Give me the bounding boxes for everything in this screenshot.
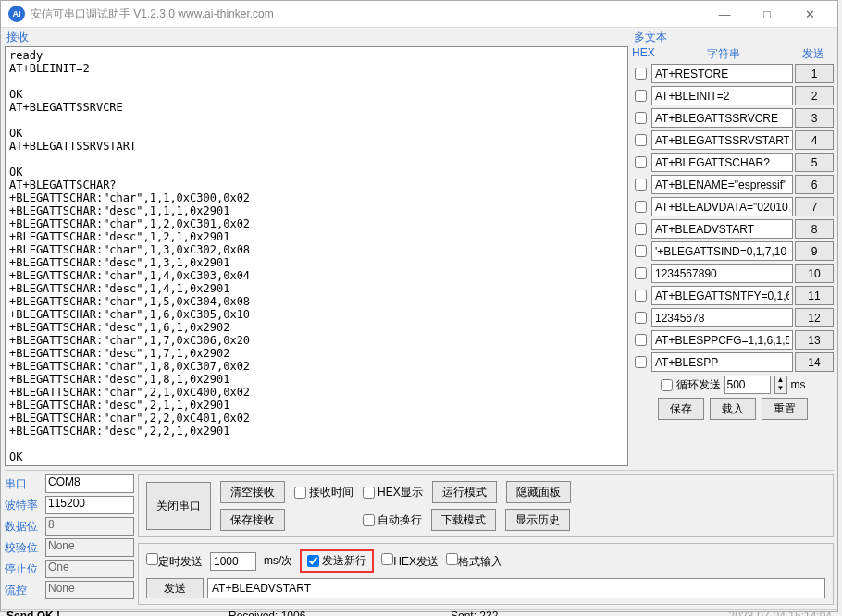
flow-select[interactable]: None [45,581,134,599]
cmd-input-4[interactable] [651,130,793,150]
hex-checkbox-13[interactable] [635,334,647,346]
cyclic-checkbox[interactable] [661,379,673,391]
cmd-input-14[interactable] [651,352,793,372]
autowrap-checkbox[interactable] [363,514,375,526]
multitext-row: 9 [632,241,834,261]
autowrap-label: 自动换行 [378,512,422,528]
send-input[interactable] [207,578,825,598]
send-header: 发送 [793,46,834,62]
cmd-input-10[interactable] [651,264,793,283]
runmode-button[interactable]: 运行模式 [432,481,497,503]
close-button[interactable]: ✕ [789,1,830,27]
cmd-input-9[interactable] [651,241,793,261]
dlmode-button[interactable]: 下载模式 [431,509,496,531]
hex-checkbox-8[interactable] [635,223,647,235]
send-button-10[interactable]: 10 [795,264,834,283]
string-header: 字符串 [654,46,793,62]
saverecv-button[interactable]: 保存接收 [220,509,285,531]
multitext-row: 13 [632,330,834,350]
window-title: 安信可串口调试助手 V1.2.3.0 www.ai-thinker.com [31,6,704,22]
multitext-row: 10 [632,264,834,283]
hex-checkbox-2[interactable] [635,90,647,102]
minimize-button[interactable]: — [704,1,745,27]
cmd-input-12[interactable] [651,308,793,327]
send-button-1[interactable]: 1 [795,64,834,83]
send-button-12[interactable]: 12 [795,308,834,327]
hex-checkbox-6[interactable] [635,179,647,191]
hexsend-label: HEX发送 [393,555,439,568]
send-button-7[interactable]: 7 [795,197,834,216]
recvtime-label: 接收时间 [309,485,353,500]
cmd-input-5[interactable] [651,153,793,172]
send-button-2[interactable]: 2 [795,86,834,105]
port-select[interactable]: COM8 [45,474,134,493]
send-button-5[interactable]: 5 [795,153,834,172]
cmd-input-3[interactable] [651,108,793,128]
send-button-6[interactable]: 6 [795,175,834,194]
receive-label: 接收 [5,30,628,46]
hex-checkbox-3[interactable] [635,112,647,124]
stopbits-select[interactable]: One [45,560,134,578]
close-port-button[interactable]: 关闭串口 [146,482,211,530]
send-button-14[interactable]: 14 [795,352,834,372]
send-button-3[interactable]: 3 [795,108,834,128]
send-button-9[interactable]: 9 [795,241,834,261]
send-button-13[interactable]: 13 [795,330,834,350]
flow-label: 流控 [5,583,45,598]
hex-checkbox-10[interactable] [635,267,647,279]
cmd-input-1[interactable] [651,64,793,83]
hexdisp-checkbox[interactable] [363,487,375,499]
hex-checkbox-4[interactable] [635,134,647,146]
status-time: 2023-07-04 15:14:04 [673,610,832,616]
hex-checkbox-5[interactable] [635,156,647,168]
baud-select[interactable]: 115200 [45,496,134,514]
hex-checkbox-7[interactable] [635,201,647,213]
clear-recv-button[interactable]: 清空接收 [220,481,285,503]
maximize-button[interactable]: □ [747,1,787,27]
load-button[interactable]: 载入 [710,398,756,420]
reset-button[interactable]: 重置 [762,398,808,420]
newline-checkbox[interactable] [307,555,319,567]
baud-label: 波特率 [5,498,45,513]
titlebar: AI 安信可串口调试助手 V1.2.3.0 www.ai-thinker.com… [1,1,837,28]
multitext-row: 2 [632,86,834,105]
hexdisp-label: HEX显示 [378,485,423,500]
parity-select[interactable]: None [45,538,134,557]
status-sent: Sent: 232 [451,610,636,616]
hex-header: HEX [632,46,654,62]
hex-checkbox-12[interactable] [635,312,647,324]
serial-config: 串口COM8 波特率115200 数据位8 校验位None 停止位One 流控N… [5,474,134,605]
cmd-input-11[interactable] [651,286,793,305]
cmd-input-2[interactable] [651,86,793,105]
spinner-icon[interactable]: ▲▼ [774,376,787,394]
cmd-input-6[interactable] [651,175,793,194]
send-button-8[interactable]: 8 [795,219,834,239]
multitext-row: 12 [632,308,834,327]
hex-checkbox-1[interactable] [635,68,647,80]
cmd-input-13[interactable] [651,330,793,350]
send-button-11[interactable]: 11 [795,286,834,305]
cmd-input-8[interactable] [651,219,793,239]
hex-checkbox-14[interactable] [635,356,647,368]
multitext-row: 6 [632,175,834,194]
save-button[interactable]: 保存 [658,398,704,420]
newline-highlight: 发送新行 [300,549,374,573]
cmd-input-7[interactable] [651,197,793,216]
hex-checkbox-11[interactable] [635,290,647,302]
timed-interval-input[interactable] [210,552,256,571]
cyclic-interval-input[interactable] [724,376,771,394]
stopbits-label: 停止位 [5,561,45,577]
receive-textarea[interactable]: ready AT+BLEINIT=2 OK AT+BLEGATTSSRVCRE … [5,46,628,466]
hex-checkbox-9[interactable] [635,245,647,257]
send-panel: 定时发送 ms/次 发送新行 HEX发送 格式输入 发送 [138,543,834,605]
timed-checkbox[interactable] [146,553,158,565]
send-button[interactable]: 发送 [146,578,204,598]
multitext-header: HEX 字符串 发送 [632,46,834,62]
recvtime-checkbox[interactable] [294,487,306,499]
hexsend-checkbox[interactable] [381,553,393,565]
hidepanel-button[interactable]: 隐藏面板 [506,481,571,503]
send-button-4[interactable]: 4 [795,130,834,150]
showhist-button[interactable]: 显示历史 [505,509,570,531]
fmtinput-checkbox[interactable] [446,553,458,565]
databits-select[interactable]: 8 [45,517,134,536]
